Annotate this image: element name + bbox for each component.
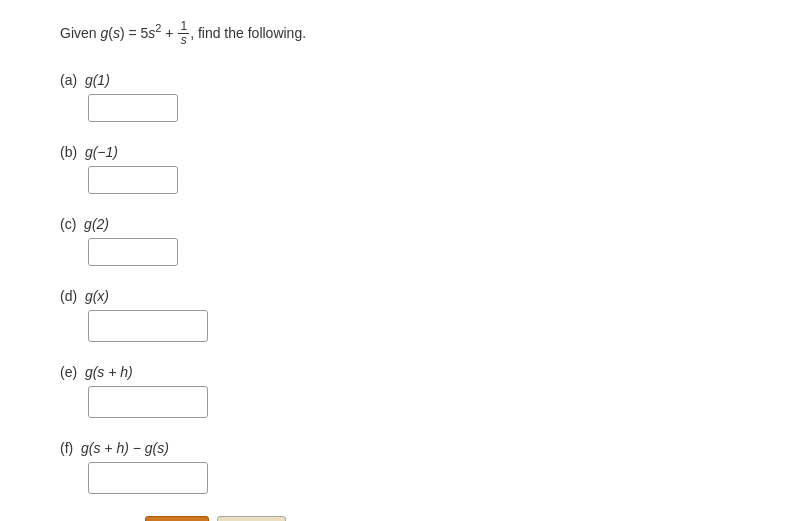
answer-input-a[interactable] bbox=[88, 94, 178, 122]
read-it-button[interactable]: Read It bbox=[145, 516, 209, 521]
part-d: (d) g(x) bbox=[60, 288, 749, 342]
answer-input-b[interactable] bbox=[88, 166, 178, 194]
part-f-label: (f) g(s + h) − g(s) bbox=[60, 440, 749, 456]
part-e-label: (e) g(s + h) bbox=[60, 364, 749, 380]
statement-text: Given g(s) = 5s2 + 1s, find the followin… bbox=[60, 25, 306, 41]
part-b: (b) g(−1) bbox=[60, 144, 749, 194]
answer-input-d[interactable] bbox=[88, 310, 208, 342]
part-a: (a) g(1) bbox=[60, 72, 749, 122]
part-b-label: (b) g(−1) bbox=[60, 144, 749, 160]
part-c-label: (c) g(2) bbox=[60, 216, 749, 232]
part-c: (c) g(2) bbox=[60, 216, 749, 266]
part-a-label: (a) g(1) bbox=[60, 72, 749, 88]
watch-it-button[interactable]: Watch It bbox=[217, 516, 286, 521]
answer-input-f[interactable] bbox=[88, 462, 208, 494]
part-f: (f) g(s + h) − g(s) bbox=[60, 440, 749, 494]
part-d-label: (d) g(x) bbox=[60, 288, 749, 304]
part-e: (e) g(s + h) bbox=[60, 364, 749, 418]
problem-statement: Given g(s) = 5s2 + 1s, find the followin… bbox=[60, 20, 749, 48]
answer-input-c[interactable] bbox=[88, 238, 178, 266]
answer-input-e[interactable] bbox=[88, 386, 208, 418]
help-section: Need Help? Read It Watch It bbox=[60, 516, 749, 521]
